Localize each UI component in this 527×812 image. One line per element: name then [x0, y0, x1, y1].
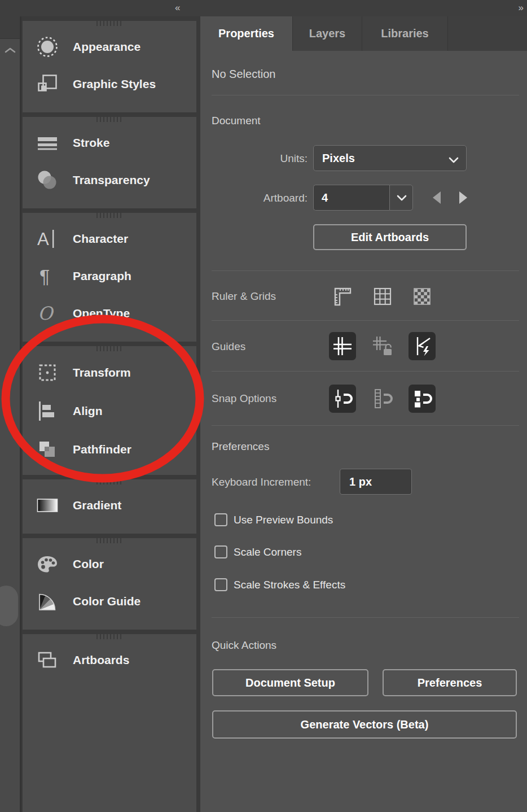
sidebar-item-label: Color [73, 557, 104, 571]
collapse-up-icon[interactable] [4, 46, 16, 56]
tab-properties[interactable]: Properties [200, 16, 292, 51]
show-guides-icon[interactable] [329, 332, 356, 360]
svg-text:¶: ¶ [39, 265, 50, 287]
section-divider [212, 425, 519, 426]
sidebar-item-label: Artboards [73, 653, 129, 667]
sidebar-item-paragraph[interactable]: ¶ Paragraph [23, 257, 196, 295]
scale-strokes-effects-checkbox[interactable]: Scale Strokes & Effects [214, 578, 345, 591]
color-icon [35, 552, 60, 577]
panel-grip[interactable] [96, 21, 122, 26]
generate-vectors-button[interactable]: Generate Vectors (Beta) [212, 710, 517, 739]
snap-to-point-icon[interactable] [329, 385, 356, 413]
sidebar-group: Transform Align Pathfinder [23, 346, 196, 475]
sidebar-item-opentype[interactable]: O OpenType [23, 295, 196, 332]
sidebar-item-appearance[interactable]: Appearance [23, 28, 196, 66]
ruler-grids-label: Ruler & Grids [212, 290, 276, 303]
checkbox-label: Scale Strokes & Effects [234, 579, 345, 591]
panel-top-bar: « » [0, 0, 527, 16]
svg-text:A: A [37, 229, 49, 249]
character-icon: A [35, 226, 60, 251]
document-section-header: Document [212, 115, 261, 127]
sidebar-item-label: Paragraph [73, 269, 131, 283]
sidebar-group: Stroke Transparency [23, 117, 196, 208]
sidebar-item-graphic-styles[interactable]: Graphic Styles [23, 66, 196, 103]
sidebar-item-pathfinder[interactable]: Pathfinder [23, 430, 196, 469]
keyboard-increment-label: Keyboard Increment: [212, 476, 311, 488]
pathfinder-icon [35, 437, 60, 462]
sidebar-item-transparency[interactable]: Transparency [23, 161, 196, 199]
paragraph-icon: ¶ [35, 264, 60, 289]
sidebar-item-color-guide[interactable]: Color Guide [23, 583, 196, 620]
section-divider [212, 371, 519, 372]
sidebar-item-label: Graphic Styles [73, 77, 156, 91]
snap-to-grid-icon[interactable] [369, 385, 396, 413]
panel-grip[interactable] [96, 634, 122, 639]
panel-grip[interactable] [96, 479, 122, 484]
collapse-panels-icon[interactable]: « [175, 2, 181, 14]
transparency-icon [35, 168, 60, 193]
panel-grip[interactable] [96, 538, 122, 543]
stroke-icon [35, 130, 60, 155]
sidebar-group: Gradient [23, 479, 196, 534]
sidebar-item-character[interactable]: A Character [23, 220, 196, 257]
lock-guides-icon[interactable] [369, 332, 396, 360]
panel-grip[interactable] [96, 117, 122, 122]
no-selection-status: No Selection [212, 68, 275, 81]
grid-icon[interactable] [370, 284, 395, 309]
section-divider [212, 95, 519, 95]
guides-label: Guides [212, 340, 245, 353]
pixel-grid-icon[interactable] [410, 284, 434, 309]
panel-tabstrip: Properties Layers Libraries [200, 16, 527, 51]
checkbox-label: Scale Corners [234, 546, 301, 558]
graphic-styles-icon [35, 72, 60, 97]
corner-ruler-icon[interactable] [330, 284, 355, 309]
panel-grip[interactable] [96, 346, 122, 351]
edit-artboards-button[interactable]: Edit Artboards [313, 224, 467, 250]
checkbox-icon [214, 513, 227, 526]
sidebar-group: Appearance Graphic Styles [23, 21, 196, 112]
tab-layers[interactable]: Layers [292, 16, 362, 51]
artboard-dropdown-chevron[interactable] [389, 185, 413, 211]
panel-grip[interactable] [96, 213, 122, 218]
gradient-icon [35, 493, 60, 518]
preferences-button[interactable]: Preferences [383, 669, 517, 696]
sidebar-item-label: Stroke [73, 136, 109, 150]
tab-libraries[interactable]: Libraries [362, 16, 448, 51]
sidebar-group: A Character ¶ Paragraph O OpenType [23, 213, 196, 342]
rail-scroll-thumb[interactable] [0, 586, 18, 626]
artboard-number-field[interactable]: 4 [313, 185, 389, 211]
sidebar-item-gradient[interactable]: Gradient [23, 487, 196, 524]
units-dropdown[interactable]: Pixels [313, 145, 467, 171]
units-label: Units: [212, 152, 308, 165]
sidebar-item-label: Align [73, 404, 103, 418]
left-dock-rail [0, 16, 21, 812]
keyboard-increment-input[interactable]: 1 px [340, 469, 412, 495]
snap-options-label: Snap Options [212, 392, 276, 405]
sidebar-empty-group [23, 669, 196, 812]
sidebar-item-stroke[interactable]: Stroke [23, 124, 196, 161]
sidebar-item-label: OpenType [73, 307, 130, 320]
preferences-section-header: Preferences [212, 440, 269, 453]
scale-corners-checkbox[interactable]: Scale Corners [214, 545, 301, 558]
next-artboard-icon[interactable] [459, 191, 467, 204]
align-icon [35, 399, 60, 424]
document-setup-button[interactable]: Document Setup [212, 669, 368, 696]
section-divider [212, 320, 519, 321]
sidebar-item-color[interactable]: Color [23, 545, 196, 583]
previous-artboard-icon[interactable] [433, 191, 441, 204]
svg-text:O: O [38, 303, 54, 324]
properties-content: No Selection Document Units: Pixels Artb… [200, 51, 527, 812]
sidebar-item-label: Color Guide [73, 595, 140, 608]
keyboard-increment-value: 1 px [349, 475, 372, 488]
smart-guides-icon[interactable] [409, 332, 436, 360]
expand-panels-icon[interactable]: » [519, 2, 524, 14]
sidebar-item-label: Pathfinder [73, 443, 131, 456]
sidebar-item-label: Character [73, 232, 128, 246]
sidebar-item-align[interactable]: Align [23, 392, 196, 430]
sidebar-item-transform[interactable]: Transform [23, 353, 196, 392]
sidebar-item-label: Gradient [73, 499, 121, 512]
use-preview-bounds-checkbox[interactable]: Use Preview Bounds [214, 513, 333, 526]
artboard-value: 4 [322, 191, 328, 204]
snap-to-pixel-icon[interactable] [409, 385, 436, 413]
checkbox-icon [214, 578, 227, 591]
